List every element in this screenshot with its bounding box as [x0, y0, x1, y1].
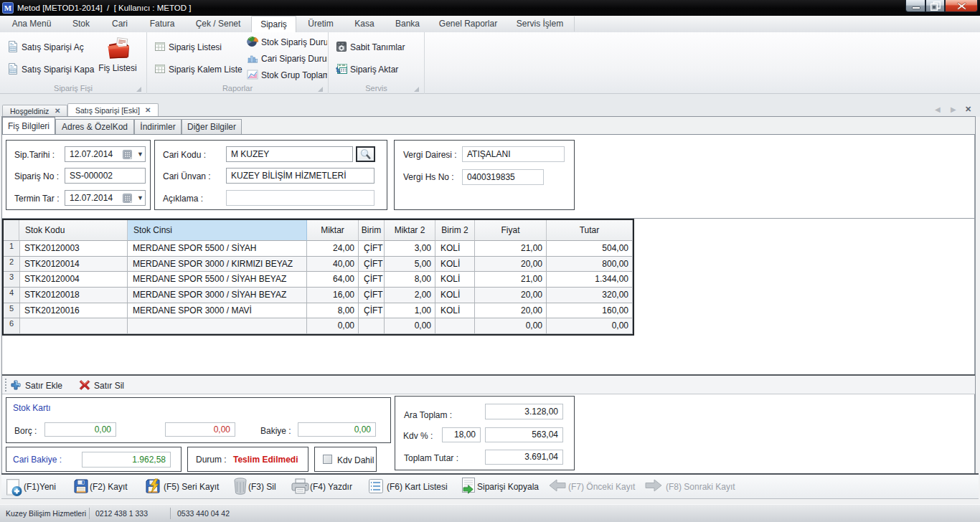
svg-text:M: M: [4, 4, 12, 12]
